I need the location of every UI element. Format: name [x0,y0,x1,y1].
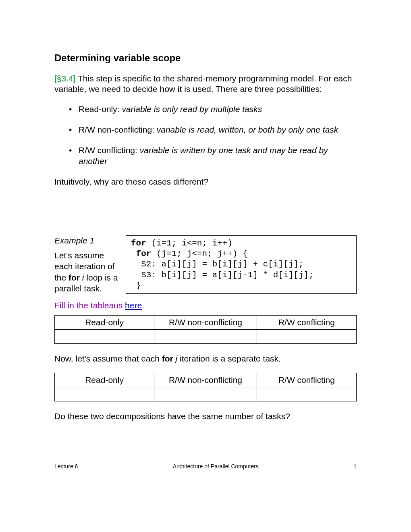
example-side-text: Let's assume each iteration of the for i… [54,250,121,294]
footer-right: 1 [353,463,357,470]
footer-center: Architecture of Parallel Computers [173,463,259,470]
list-item-desc: variable is read, written, or both by on… [157,125,338,134]
intro-body: This step is specific to the shared-memo… [54,74,352,94]
page-title: Determining variable scope [54,52,357,64]
table-header: R/W conflicting [257,373,356,387]
code-block: for (i=1; i<=n; i++) for (j=1; j<=n; j++… [126,235,357,294]
list-item-lead: Read-only: [79,104,122,114]
table-header: R/W conflicting [257,315,356,329]
question-text: Do these two decompositions have the sam… [54,411,357,422]
table-header: Read-only [55,373,154,387]
section-ref: [§3.4] [54,74,76,83]
list-item-desc: variable is only read by multiple tasks [122,104,262,114]
table-cell [154,387,257,401]
between-text: Now, let's assume that each for j iterat… [54,353,357,364]
table-header: R/W non-conflicting [154,373,257,387]
list-item: •R/W conflicting: variable is written by… [79,145,357,167]
list-item-lead: R/W conflicting: [79,145,140,155]
scope-table-2: Read-only R/W non-conflicting R/W confli… [54,373,357,401]
fillin-line: Fill in the tableaus here. [54,300,357,311]
list-item: •Read-only: variable is only read by mul… [79,104,357,114]
list-item: •R/W non-conflicting: variable is read, … [79,124,357,135]
table-header: Read-only [55,315,154,329]
fillin-suffix: . [142,301,144,310]
question-text: Intuitively, why are these cases differe… [54,177,357,187]
example-heading: Example 1 [54,235,121,246]
fillin-prefix: Fill in the tableaus [54,301,125,310]
footer-left: Lecture 6 [54,463,78,470]
list-item-lead: R/W non-conflicting: [79,125,157,134]
table-cell [257,329,356,343]
table-cell [257,387,356,401]
footer: Lecture 6 Architecture of Parallel Compu… [54,463,357,470]
table-cell [55,387,154,401]
table-header: R/W non-conflicting [154,315,257,329]
scope-table-1: Read-only R/W non-conflicting R/W confli… [54,315,357,344]
intro-paragraph: [§3.4] This step is specific to the shar… [54,73,357,95]
possibilities-list: •Read-only: variable is only read by mul… [54,104,357,167]
fillin-link[interactable]: here [125,301,142,310]
table-cell [154,329,257,343]
table-cell [55,329,154,343]
